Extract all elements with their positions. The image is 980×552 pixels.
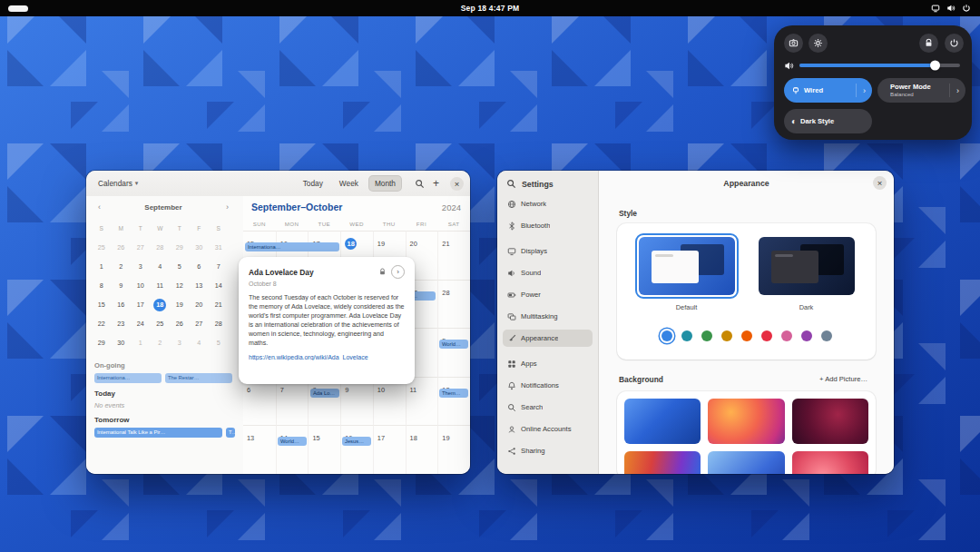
style-option-default[interactable]: Default bbox=[635, 233, 739, 311]
mini-day[interactable]: 25 bbox=[95, 242, 108, 254]
mini-day[interactable]: 4 bbox=[192, 337, 205, 350]
ongoing-event-pill[interactable]: The Restar… bbox=[165, 373, 232, 383]
wallpaper-thumbnail[interactable] bbox=[792, 399, 868, 444]
event-popover-link[interactable]: https://en.wikipedia.org/wiki/Ada_Lovela… bbox=[249, 354, 405, 360]
sidebar-item-notifications[interactable]: Notifications bbox=[503, 377, 593, 394]
today-button[interactable]: Today bbox=[297, 175, 329, 192]
mini-day[interactable]: 3 bbox=[134, 261, 147, 273]
mini-day[interactable]: 10 bbox=[134, 280, 147, 292]
wired-toggle[interactable]: Wired › bbox=[784, 78, 872, 103]
event-pill[interactable]: Ada Lo… bbox=[310, 389, 339, 398]
event-pill[interactable]: Them… bbox=[439, 389, 468, 398]
calendars-menu-button[interactable]: Calendars ▾ bbox=[92, 175, 144, 192]
mini-day[interactable]: 20 bbox=[192, 299, 205, 311]
mini-day[interactable]: 26 bbox=[173, 318, 186, 330]
wallpaper-thumbnail[interactable] bbox=[624, 451, 701, 474]
add-picture-button[interactable]: + Add Picture… bbox=[813, 372, 874, 386]
sidebar-item-bluetooth[interactable]: Bluetooth bbox=[503, 217, 593, 234]
wallpaper-thumbnail[interactable] bbox=[708, 451, 784, 474]
screenshot-button[interactable] bbox=[784, 34, 803, 53]
volume-slider-knob[interactable] bbox=[930, 61, 940, 71]
sidebar-item-search[interactable]: Search bbox=[503, 399, 593, 416]
mini-day[interactable]: 30 bbox=[192, 242, 205, 254]
mini-day[interactable]: 2 bbox=[153, 337, 166, 350]
mini-day[interactable]: 24 bbox=[134, 318, 147, 330]
clock[interactable]: Sep 18 4:47 PM bbox=[461, 4, 520, 13]
settings-button[interactable] bbox=[808, 34, 828, 53]
sidebar-item-online-accounts[interactable]: Online Accounts bbox=[503, 420, 593, 438]
wallpaper-thumbnail[interactable] bbox=[792, 451, 868, 474]
mini-day[interactable]: 8 bbox=[95, 280, 108, 292]
settings-close-button[interactable]: × bbox=[873, 176, 887, 190]
mini-day[interactable]: 3 bbox=[173, 337, 186, 350]
sidebar-item-network[interactable]: Network bbox=[503, 195, 593, 212]
mini-day[interactable]: 29 bbox=[173, 242, 186, 254]
search-button[interactable] bbox=[411, 175, 428, 192]
accent-color-green[interactable] bbox=[701, 330, 712, 341]
new-event-button[interactable]: + bbox=[428, 175, 444, 192]
style-option-dark[interactable]: Dark bbox=[755, 233, 858, 311]
mini-day[interactable]: 7 bbox=[212, 261, 225, 273]
tomorrow-event-pill[interactable]: T… bbox=[226, 428, 235, 438]
mini-day[interactable]: 14 bbox=[212, 280, 225, 292]
accent-color-orange[interactable] bbox=[741, 330, 752, 341]
mini-day[interactable]: 28 bbox=[153, 242, 166, 254]
mini-day[interactable]: 5 bbox=[173, 261, 186, 273]
mini-day[interactable]: 2 bbox=[114, 261, 127, 273]
event-pill[interactable]: World… bbox=[278, 437, 307, 446]
mini-day[interactable]: 27 bbox=[192, 318, 205, 330]
accent-color-yellow[interactable] bbox=[721, 330, 732, 341]
event-pill[interactable]: World… bbox=[439, 340, 468, 349]
sidebar-item-power[interactable]: Power bbox=[503, 286, 593, 303]
workspace-indicator[interactable] bbox=[8, 5, 28, 12]
accent-color-teal[interactable] bbox=[681, 330, 692, 341]
mini-day[interactable]: 1 bbox=[95, 261, 108, 273]
mini-day[interactable]: 19 bbox=[173, 299, 186, 311]
mini-day[interactable]: 21 bbox=[212, 299, 225, 311]
sidebar-item-sharing[interactable]: Sharing bbox=[503, 442, 593, 459]
mini-day[interactable]: 1 bbox=[134, 337, 147, 350]
mini-day[interactable]: 15 bbox=[95, 299, 108, 311]
accent-color-purple[interactable] bbox=[801, 330, 812, 341]
mini-day[interactable]: 16 bbox=[114, 299, 127, 311]
event-pill[interactable]: Jesus… bbox=[342, 437, 371, 446]
mini-day[interactable]: 27 bbox=[134, 242, 147, 254]
mini-day[interactable]: 29 bbox=[95, 337, 108, 350]
mini-day[interactable]: 23 bbox=[114, 318, 127, 330]
volume-slider[interactable] bbox=[799, 64, 960, 67]
mini-day[interactable]: 28 bbox=[212, 318, 225, 330]
power-mode-toggle[interactable]: Power Mode Balanced › bbox=[877, 78, 965, 103]
mini-day[interactable]: 4 bbox=[153, 261, 166, 273]
wallpaper-thumbnail[interactable] bbox=[624, 399, 701, 444]
sidebar-item-displays[interactable]: Displays bbox=[503, 242, 593, 260]
mini-day[interactable]: 26 bbox=[114, 242, 127, 254]
search-icon[interactable] bbox=[506, 179, 516, 189]
system-status-area[interactable] bbox=[931, 4, 980, 13]
mini-day[interactable]: 5 bbox=[212, 337, 225, 350]
next-month-button[interactable]: › bbox=[223, 202, 231, 212]
week-view-button[interactable]: Week bbox=[333, 175, 365, 192]
sidebar-item-appearance[interactable]: Appearance bbox=[503, 330, 593, 347]
chevron-right-icon[interactable]: › bbox=[856, 84, 872, 97]
mini-day[interactable]: 6 bbox=[192, 261, 205, 273]
calendar-close-button[interactable]: × bbox=[450, 177, 464, 191]
mini-day[interactable]: 30 bbox=[114, 337, 127, 350]
mini-day[interactable]: 17 bbox=[134, 299, 147, 311]
sidebar-item-apps[interactable]: Apps bbox=[503, 355, 593, 372]
mini-day[interactable]: 13 bbox=[192, 280, 205, 292]
mini-day[interactable]: 9 bbox=[114, 280, 127, 292]
mini-day[interactable]: 12 bbox=[173, 280, 186, 292]
mini-day[interactable]: 25 bbox=[153, 318, 166, 330]
mini-day[interactable]: 11 bbox=[153, 280, 166, 292]
wallpaper-thumbnail[interactable] bbox=[708, 399, 784, 444]
event-details-button[interactable]: › bbox=[391, 265, 405, 279]
accent-color-blue[interactable] bbox=[662, 330, 672, 341]
event-pill[interactable]: Internationa… bbox=[245, 242, 339, 251]
accent-color-red[interactable] bbox=[761, 330, 772, 341]
sidebar-item-sound[interactable]: Sound bbox=[503, 264, 593, 281]
mini-day[interactable]: 31 bbox=[212, 242, 225, 254]
power-off-button[interactable] bbox=[945, 34, 964, 53]
accent-color-pink[interactable] bbox=[781, 330, 792, 341]
accent-color-slate[interactable] bbox=[821, 330, 832, 341]
mini-day-selected[interactable]: 18 bbox=[153, 299, 166, 311]
